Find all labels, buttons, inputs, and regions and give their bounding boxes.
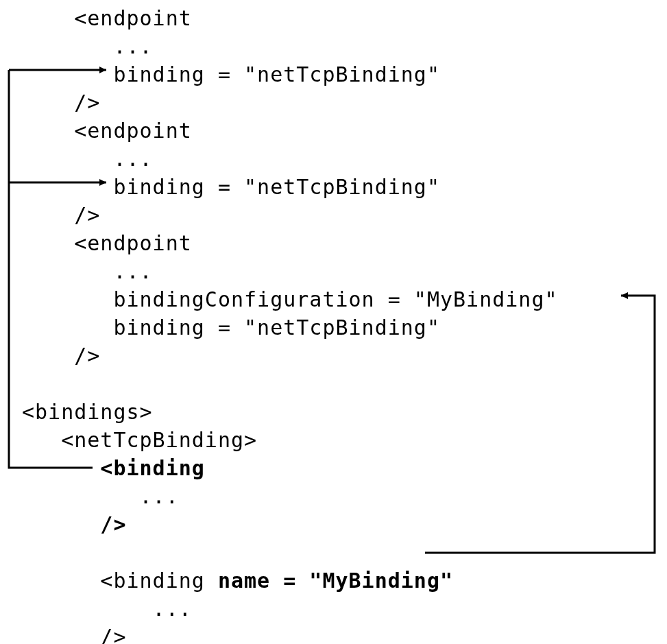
nettcp-open: <netTcpBinding>	[22, 428, 257, 452]
xml-snippet: <endpoint ... binding = "netTcpBinding" …	[22, 4, 558, 644]
endpoint-2-close: />	[22, 203, 100, 227]
default-binding-ellipsis: ...	[22, 484, 179, 508]
endpoint-2-ellipsis: ...	[22, 147, 153, 171]
endpoint-2-open: <endpoint	[22, 119, 192, 143]
endpoint-1-ellipsis: ...	[22, 34, 153, 58]
default-binding-definition: <binding	[22, 456, 205, 480]
diagram-canvas: <endpoint ... binding = "netTcpBinding" …	[0, 0, 667, 644]
endpoint-3-ellipsis: ...	[22, 259, 153, 283]
endpoint-3-bindingConfiguration-attribute: bindingConfiguration = "MyBinding"	[22, 287, 558, 311]
endpoint-1-close: />	[22, 91, 100, 115]
endpoint-3-open: <endpoint	[22, 231, 192, 255]
bindings-open: <bindings>	[22, 400, 153, 424]
endpoint-1-binding-attribute: binding = "netTcpBinding"	[22, 62, 440, 86]
endpoint-1-open: <endpoint	[22, 6, 192, 30]
named-binding-ellipsis: ...	[22, 597, 192, 621]
default-binding-close: />	[22, 512, 127, 536]
named-binding-definition: <binding name = "MyBinding"	[22, 569, 453, 593]
named-binding-close: />	[22, 625, 127, 644]
endpoint-3-binding-attribute: binding = "netTcpBinding"	[22, 315, 440, 339]
endpoint-2-binding-attribute: binding = "netTcpBinding"	[22, 175, 440, 199]
endpoint-3-close: />	[22, 344, 100, 368]
